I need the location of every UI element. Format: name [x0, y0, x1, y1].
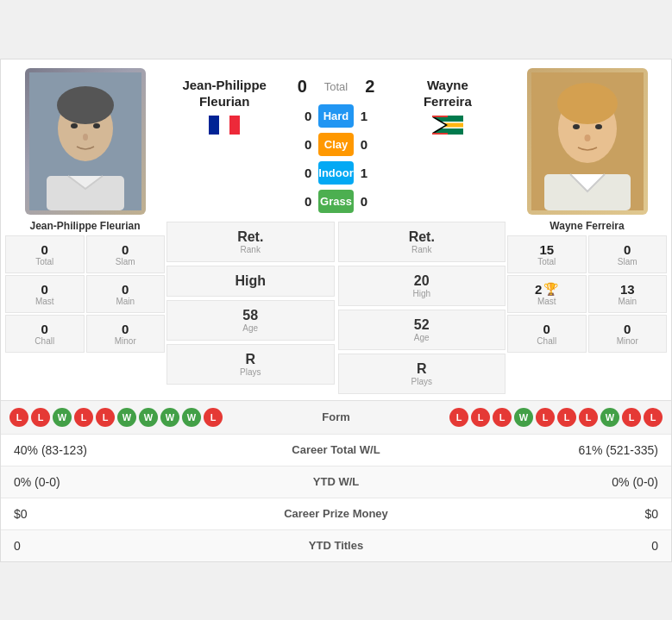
right-form-3: L: [493, 408, 512, 427]
right-form-8: W: [600, 408, 619, 427]
right-stat-mast: 2 🏆 Mast: [507, 275, 587, 313]
svg-point-3: [71, 123, 78, 128]
clay-score-right: 0: [354, 137, 388, 152]
svg-point-22: [573, 124, 580, 129]
total-row: 0 Total 2: [298, 77, 375, 97]
svg-point-24: [584, 135, 590, 141]
svg-rect-7: [209, 116, 219, 135]
left-two-col-stats: 0 Total 0 Slam 0 Mast 0: [5, 235, 165, 353]
left-player-stats-name: Jean-Philippe Fleurian: [5, 220, 165, 232]
right-stat-chall: 0 Chall: [507, 315, 587, 353]
right-center-stat-age: 52 Age: [338, 310, 506, 350]
svg-rect-9: [229, 116, 240, 135]
right-form-4: W: [514, 408, 533, 427]
left-player-name: Jean-Philippe: [165, 77, 284, 94]
hard-score-right: 1: [354, 109, 388, 123]
career-wl-right: 61% (521-335): [503, 443, 658, 457]
player-right-photo: [527, 68, 648, 215]
right-center-stat-rank: Ret. Rank: [338, 222, 506, 262]
left-form-10: L: [204, 408, 223, 427]
right-center-stat-plays: R Plays: [338, 354, 506, 394]
ytd-titles-label: YTD Titles: [169, 539, 503, 552]
right-form-10: L: [644, 408, 663, 427]
career-wl-label: Career Total W/L: [169, 443, 503, 456]
clay-score-left: 0: [284, 137, 318, 152]
left-form-2: L: [31, 408, 50, 427]
left-form-8: W: [160, 408, 179, 427]
left-flag: [209, 116, 240, 135]
player-stats-row: Jean-Philippe Fleurian 0 Total 0 Slam 0: [1, 216, 671, 400]
surface-clay-row: 0 Clay 0: [284, 130, 387, 159]
grass-score-left: 0: [284, 194, 318, 209]
right-form-badges: L L L W L L L W L L: [449, 408, 663, 427]
center-stat-high: High: [166, 266, 335, 297]
right-center-stat-high: 20 High: [338, 266, 506, 306]
prize-money-row: $0 Career Prize Money $0: [1, 498, 671, 529]
svg-point-2: [57, 86, 114, 124]
right-stat-main: 13 Main: [588, 275, 668, 313]
left-stat-chall: 0 Chall: [5, 315, 85, 353]
content-area: Jean-Philippe Fleurian 0 Total 2: [1, 59, 671, 561]
surface-grass-row: 0 Grass 0: [284, 187, 387, 216]
left-player-name-block: Jean-Philippe Fleurian: [165, 68, 284, 138]
right-form-9: L: [622, 408, 641, 427]
right-player-name-block: Wayne Ferreira: [388, 68, 507, 138]
prize-label: Career Prize Money: [169, 507, 503, 520]
left-form-6: W: [117, 408, 136, 427]
bottom-stats: 40% (83-123) Career Total W/L 61% (521-3…: [1, 434, 671, 561]
player-left-svg: [29, 72, 141, 210]
right-form-1: L: [449, 408, 468, 427]
center-stat-age: 58 Age: [166, 300, 335, 341]
left-form-7: W: [139, 408, 158, 427]
form-section: L L W L L W W W W L Form L L L W L L L: [1, 400, 671, 434]
center-scores: 0 Total 2 0 Hard 1 0 Clay: [284, 68, 387, 216]
left-stat-mast: 0 Mast: [5, 275, 85, 313]
right-stat-minor: 0 Minor: [588, 315, 668, 353]
indoor-score-left: 0: [284, 166, 318, 180]
left-stat-slam: 0 Slam: [86, 235, 166, 273]
left-player-name2: Fleurian: [165, 93, 284, 110]
right-two-col-stats: 15 Total 0 Slam 2 🏆 Mast: [507, 235, 667, 353]
svg-point-21: [557, 83, 618, 124]
career-wl-left: 40% (83-123): [14, 443, 169, 457]
ytd-titles-left: 0: [14, 539, 169, 553]
right-center-stats-col: Ret. Rank 20 High 52 Age R Plays: [336, 220, 508, 396]
career-wl-row: 40% (83-123) Career Total W/L 61% (521-3…: [1, 434, 671, 466]
left-form-9: W: [182, 408, 201, 427]
indoor-button[interactable]: Indoor: [318, 161, 353, 185]
prize-left: $0: [14, 507, 169, 521]
form-label: Form: [322, 410, 350, 423]
ytd-wl-row: 0% (0-0) YTD W/L 0% (0-0): [1, 466, 671, 498]
right-player-stats: Wayne Ferreira 15 Total 0 Slam 2 🏆: [507, 220, 667, 353]
svg-point-4: [93, 123, 100, 128]
total-right: 2: [365, 77, 374, 97]
right-player-name2: Ferreira: [388, 93, 507, 110]
left-form-4: L: [74, 408, 93, 427]
grass-score-right: 0: [354, 194, 388, 209]
left-stat-total: 0 Total: [5, 235, 85, 273]
hard-button[interactable]: Hard: [318, 104, 353, 128]
left-form-badges: L L W L L W W W W L: [9, 408, 223, 427]
right-form-6: L: [557, 408, 576, 427]
right-form-7: L: [579, 408, 598, 427]
right-player-name: Wayne: [388, 77, 507, 94]
right-stat-slam: 0 Slam: [588, 235, 668, 273]
svg-point-23: [595, 124, 602, 129]
surface-indoor-row: 0 Indoor 1: [284, 159, 387, 187]
svg-rect-15: [432, 116, 448, 117]
left-stat-minor: 0 Minor: [86, 315, 166, 353]
svg-rect-16: [432, 133, 448, 135]
indoor-score-right: 1: [354, 166, 388, 180]
surface-hard-row: 0 Hard 1: [284, 102, 387, 130]
total-label: Total: [324, 80, 348, 93]
prize-right: $0: [503, 507, 658, 521]
surface-rows: 0 Hard 1 0 Clay 0 0 Indoor 1: [284, 102, 387, 216]
right-stat-total: 15 Total: [507, 235, 587, 273]
clay-button[interactable]: Clay: [318, 133, 353, 156]
ytd-titles-right: 0: [503, 539, 658, 553]
svg-point-5: [83, 134, 88, 141]
center-stat-plays: R Plays: [166, 344, 335, 385]
right-form-2: L: [471, 408, 490, 427]
grass-button[interactable]: Grass: [318, 190, 353, 213]
main-container: Jean-Philippe Fleurian 0 Total 2: [0, 59, 672, 562]
